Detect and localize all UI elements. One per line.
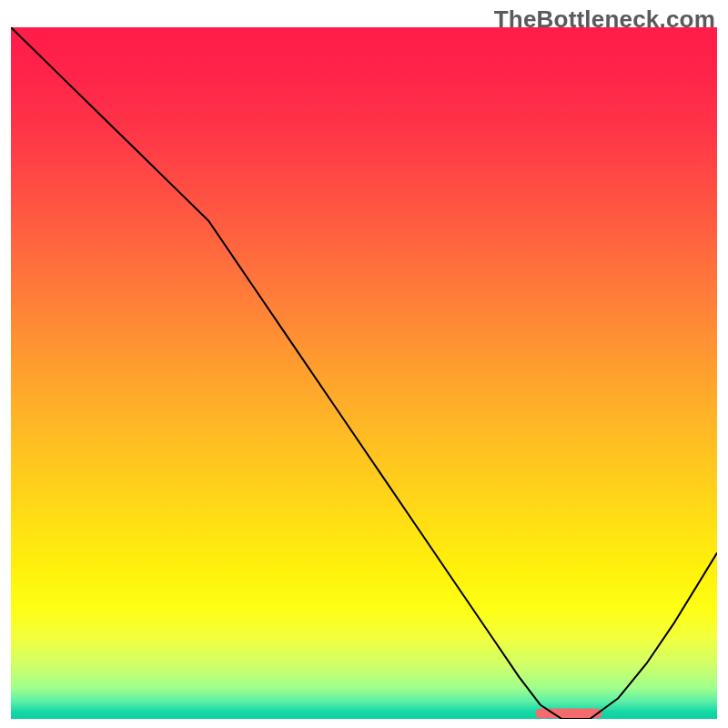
chart-canvas (11, 27, 717, 719)
bottleneck-chart: TheBottleneck.com (0, 0, 728, 728)
